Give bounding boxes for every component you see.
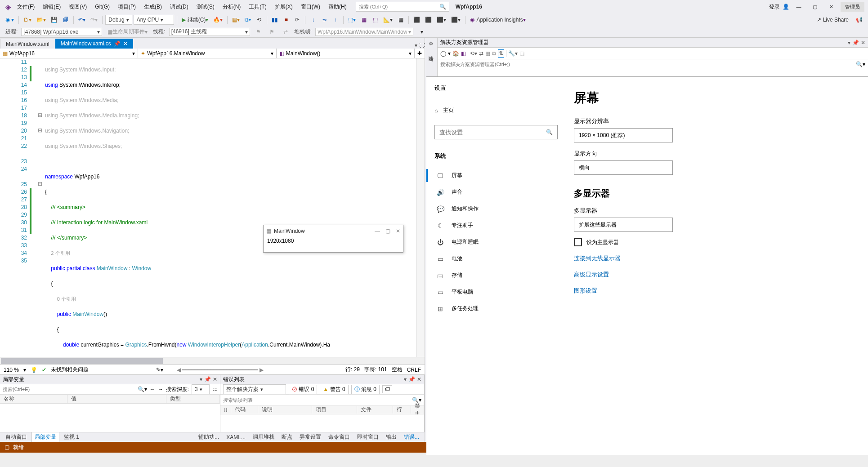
insights-dropdown[interactable]: ◉ Application Insights ▾ (468, 15, 527, 25)
minimize-button[interactable]: — (375, 228, 380, 234)
feedback-icon[interactable]: 📢 (854, 15, 864, 25)
stack-dropdown[interactable]: WpfApp16.MainWindow.MainWindow▾ (315, 28, 413, 36)
menu-debug[interactable]: 调试(D) (166, 1, 192, 13)
user-icon[interactable]: 👤 (783, 4, 789, 10)
close-icon[interactable]: ✕ (213, 376, 217, 382)
menu-tools[interactable]: 工具(T) (245, 1, 270, 13)
filter-icon[interactable]: 🏷 (382, 385, 392, 393)
close-button[interactable]: ✕ (824, 0, 838, 13)
login-link[interactable]: 登录 (769, 3, 780, 11)
tool-icon-2[interactable]: ⧉▾ (243, 15, 253, 25)
vertical-scrollbar[interactable] (416, 58, 425, 357)
pin-icon[interactable]: 📌 (408, 376, 415, 382)
tool-icon-4[interactable]: ⬚▾ (346, 15, 358, 25)
settings-search-input[interactable] (439, 129, 546, 136)
warning-count-button[interactable]: ▲ 警告 0 (320, 385, 348, 394)
running-wpf-window[interactable]: ▦ MainWindow — ▢ ✕ 1920x1080 (263, 225, 403, 253)
col-indicator[interactable]: 字符: 101 (364, 366, 387, 374)
flag-icon[interactable]: ⚑ (254, 27, 264, 37)
maximize-button[interactable]: ▢ (385, 228, 390, 234)
tab-locals[interactable]: 局部变量 (31, 432, 59, 442)
close-icon[interactable]: ✕ (417, 376, 421, 382)
restart-button[interactable]: ⟳ (292, 15, 302, 25)
settings-item-3[interactable]: ☾专注助手 (434, 217, 558, 234)
thread-dropdown[interactable]: [46916] 主线程▾ (169, 28, 250, 36)
pin-icon[interactable]: 📌 (852, 40, 859, 46)
toolbar-overflow-icon[interactable]: ▾ (417, 27, 427, 37)
tool-icon-6[interactable]: ⬚ (370, 15, 380, 25)
tool-icon-1[interactable]: ▦▾ (230, 15, 242, 25)
brush-icon[interactable]: ✎▾ (156, 367, 163, 373)
tool-icon[interactable]: ⬚ (519, 50, 524, 57)
menu-file[interactable]: 文件(F) (13, 1, 38, 13)
lifecycle-dropdown[interactable]: ▦ 生命周期事件 ▾ (106, 27, 149, 37)
tool-icon-10[interactable]: ⬛ (423, 15, 434, 25)
menu-git[interactable]: Git(G) (91, 2, 113, 12)
tab-errorlist[interactable]: 错误... (401, 432, 422, 442)
tool-icon-5[interactable]: ▦ (359, 15, 369, 25)
tool-icon-7[interactable]: 📐▾ (381, 15, 394, 25)
menu-project[interactable]: 项目(P) (114, 1, 139, 13)
tool-icon[interactable]: ⟲▾ (470, 50, 477, 57)
save-icon[interactable]: 💾 (49, 15, 59, 25)
redo-icon[interactable]: ↷▾ (89, 15, 99, 25)
primary-display-checkbox[interactable]: 设为主显示器 (574, 238, 868, 246)
thread-icon[interactable]: ⇄ (281, 27, 291, 37)
space-indicator[interactable]: 空格 (392, 366, 403, 374)
menu-view[interactable]: 视图(V) (65, 1, 90, 13)
global-search-input[interactable] (359, 4, 439, 9)
advanced-display-link[interactable]: 高级显示设置 (574, 271, 868, 279)
platform-dropdown[interactable]: Any CPU ▾ (134, 15, 174, 25)
maximize-button[interactable]: ▢ (808, 0, 822, 13)
settings-item-2[interactable]: 💬通知和操作 (434, 200, 558, 217)
menu-extensions[interactable]: 扩展(X) (271, 1, 296, 13)
error-scope-dropdown[interactable]: 整个解决方案 ▾ (223, 384, 286, 394)
tab-exceptions[interactable]: 异常设置 (297, 432, 324, 442)
settings-home[interactable]: ⌂主页 (434, 104, 558, 117)
tool-icon-9[interactable]: ⬛ (412, 15, 422, 25)
outline-margin[interactable]: ⊟⊟⊟ (37, 58, 43, 357)
tool-icon-8[interactable]: ▦ (396, 15, 406, 25)
back-icon[interactable]: ◯ (440, 50, 446, 57)
nav-class-dropdown[interactable]: ✦WpfApp16.MainWindow▾ (138, 49, 276, 58)
tab-command[interactable]: 命令窗口 (326, 432, 353, 442)
tool-icon[interactable]: ⧉ (492, 50, 496, 57)
home-icon[interactable]: 🏠 (452, 50, 459, 57)
settings-item-6[interactable]: 🖴存储 (434, 267, 558, 284)
tab-mainwindow-xaml-cs[interactable]: MainWindow.xaml.cs 📌 ✕ (55, 39, 133, 49)
flag-icon-2[interactable]: ⚑ (267, 27, 277, 37)
sync-icon[interactable]: ◧ (461, 50, 466, 57)
global-search[interactable]: 🔍 (356, 2, 449, 12)
locals-search-input[interactable] (3, 387, 135, 392)
tab-output[interactable]: 输出 (383, 432, 399, 442)
nav-left-icon[interactable]: ← (150, 386, 155, 392)
search-icon[interactable]: 🔍▾ (138, 386, 147, 392)
stop-button[interactable]: ■ (281, 15, 291, 25)
pin-icon[interactable]: 📌 (114, 40, 121, 47)
errors-search-input[interactable] (223, 397, 409, 403)
dropdown-icon[interactable]: ▾ (848, 40, 850, 46)
gear-icon[interactable]: ⚙ (429, 40, 434, 47)
settings-item-8[interactable]: ⊞多任务处理 (434, 300, 558, 317)
lightbulb-icon[interactable]: 💡 (31, 367, 37, 373)
tab-dropdown-icon[interactable]: ▾ (415, 42, 417, 49)
save-all-icon[interactable]: 🗐 (61, 15, 71, 25)
settings-item-5[interactable]: ▭电池 (434, 250, 558, 267)
tab-access[interactable]: 辅助功... (196, 432, 222, 442)
ending-indicator[interactable]: CRLF (407, 367, 421, 373)
close-button[interactable]: ✕ (396, 228, 400, 234)
orientation-dropdown[interactable]: 横向 (574, 160, 673, 175)
line-indicator[interactable]: 行: 29 (345, 366, 360, 374)
close-icon[interactable]: ✕ (861, 40, 865, 46)
solution-search[interactable]: 🔍▾ (438, 59, 868, 69)
open-icon[interactable]: 📂▾ (35, 15, 48, 25)
dropdown-icon[interactable]: ▾ (200, 376, 202, 382)
tool-icon[interactable]: ⇄ (479, 50, 483, 57)
minimize-button[interactable]: — (792, 0, 805, 13)
vtab-diagnostics[interactable]: 诊断 (427, 50, 435, 54)
errors-body[interactable] (220, 414, 424, 432)
step-over-icon[interactable]: ⤼ (319, 15, 329, 25)
menu-window[interactable]: 窗口(W) (297, 1, 324, 13)
menu-help[interactable]: 帮助(H) (325, 1, 350, 13)
nav-member-dropdown[interactable]: ◧MainWindow()▾ (277, 49, 415, 58)
